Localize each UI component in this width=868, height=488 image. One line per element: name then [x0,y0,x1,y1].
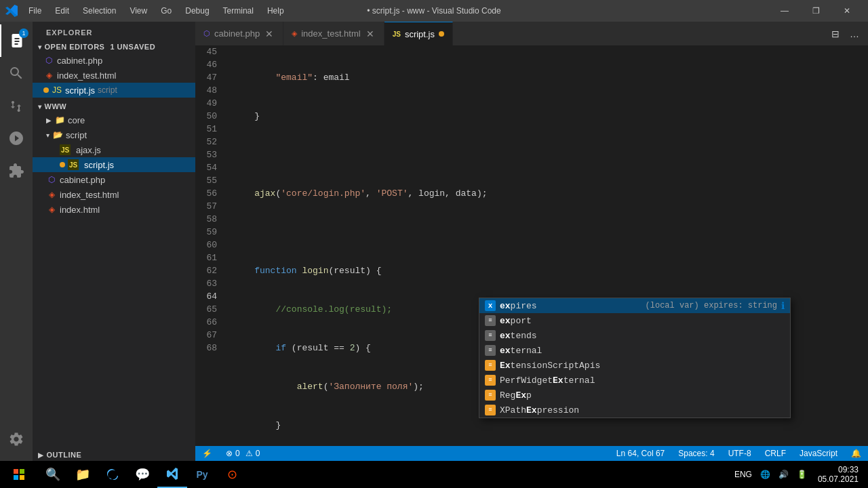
remote-indicator[interactable]: ⚡ [195,446,219,461]
open-editor-index-test-html[interactable]: ◈ index_test.html [33,68,195,83]
encoding[interactable]: UTF-8 [722,446,758,461]
language-text: JavaScript [800,449,837,458]
open-editor-cabinet-php[interactable]: ⬡ cabinet.php [33,53,195,68]
activity-search[interactable] [0,57,33,89]
minimize-button[interactable]: — [769,0,800,22]
menu-bar: File Edit Selection View Go Debug Termin… [22,3,291,18]
menu-debug[interactable]: Debug [178,3,216,18]
errors-warnings[interactable]: ⊗ 0 ⚠ 0 [219,446,267,461]
tray-lang[interactable]: ENG [730,461,756,488]
www-chevron: ▾ [38,103,42,110]
ac-item-xpath-expression[interactable]: ≡ XPathExpression [479,403,790,418]
tree-index-test-html[interactable]: ◈ index_test.html [33,187,195,202]
taskbar: 🔍 📁 💬 Py ⊙ ENG 🌐 🔊 [0,461,868,488]
taskbar-edge[interactable] [98,461,127,488]
taskbar-left: 🔍 📁 💬 Py ⊙ [3,461,247,488]
language-mode[interactable]: JavaScript [793,446,844,461]
tree-script-js[interactable]: JS script.js [33,157,195,172]
ac-item-export[interactable]: ≡ export [479,313,790,328]
ac-label-expires: expires [500,301,642,311]
class-icon: ≡ [485,375,496,386]
explorer-badge: 1 [19,28,28,38]
activity-extensions[interactable] [0,155,33,187]
php-tab-icon: ⬡ [203,29,210,38]
tab-label: script.js [405,29,435,39]
menu-file[interactable]: File [22,3,48,18]
line-ending[interactable]: CRLF [758,446,793,461]
open-editor-script-js[interactable]: JS script.js script [33,83,195,98]
tab-close-cabinet[interactable]: ✕ [264,28,275,39]
ac-item-perf-widget-external[interactable]: ≡ PerfWidgetExternal [479,373,790,388]
taskbar-terminal[interactable]: ⊙ [217,461,247,488]
ac-item-extends[interactable]: ≡ extends [479,328,790,343]
script-label: script [98,85,117,95]
ac-info-button[interactable]: ℹ [781,300,785,312]
settings-icon[interactable] [0,423,33,455]
cursor-position[interactable]: Ln 64, Col 67 [610,446,671,461]
www-folder-header[interactable]: ▾ WWW [33,100,195,113]
keyword-icon: ≡ [485,315,496,326]
tab-script-js[interactable]: JS script.js [384,22,453,45]
tree-core-folder[interactable]: ▶ 📁 core [33,113,195,127]
tray-battery[interactable]: 🔋 [793,461,811,488]
activity-explorer[interactable]: 1 [0,24,33,57]
menu-view[interactable]: View [123,3,154,18]
ac-item-extension-script-apis[interactable]: ≡ ExtensionScriptApis [479,358,790,373]
tray-volume[interactable]: 🔊 [774,461,793,488]
sidebar: Explorer ▾ Open Editors 1 UNSAVED ⬡ cabi… [33,22,195,461]
start-button[interactable] [3,461,35,488]
tree-script-folder[interactable]: ▾ 📂 script [33,127,195,142]
tab-index-test-html[interactable]: ◈ index_test.html ✕ [283,22,384,45]
menu-terminal[interactable]: Terminal [216,3,260,18]
tab-label: cabinet.php [214,28,260,39]
taskbar-python[interactable]: Py [187,461,217,488]
maximize-button[interactable]: ❐ [800,0,831,22]
menu-go[interactable]: Go [154,3,178,18]
folder-name: script [66,130,87,140]
ac-item-regexp[interactable]: ≡ RegExp [479,388,790,403]
close-button[interactable]: ✕ [831,0,863,22]
window-title: • script.js - www - Visual Studio Code [367,6,500,16]
error-count: 0 [235,449,240,458]
www-label: WWW [45,102,67,110]
tray-network[interactable]: 🌐 [756,461,774,488]
menu-help[interactable]: Help [260,3,291,18]
core-chevron: ▶ [46,117,52,124]
indentation[interactable]: Spaces: 4 [671,446,721,461]
clock[interactable]: 09:33 05.07.2021 [811,461,865,488]
taskbar-chat[interactable]: 💬 [127,461,157,488]
taskbar-search[interactable]: 🔍 [38,461,68,488]
tree-cabinet-php[interactable]: ⬡ cabinet.php [33,172,195,187]
menu-edit[interactable]: Edit [48,3,76,18]
activity-bar-bottom [0,423,33,455]
notifications-button[interactable]: 🔔 [844,446,868,461]
open-editors-header[interactable]: ▾ Open Editors 1 UNSAVED [33,41,195,53]
ac-match: Ex [515,390,526,401]
taskbar-vscode[interactable] [157,461,187,488]
modified-indicator [43,87,49,93]
split-editor-button[interactable]: ⊟ [827,26,844,42]
js-icon: JS [60,144,71,155]
ac-item-external[interactable]: ≡ external [479,343,790,358]
menu-selection[interactable]: Selection [76,3,123,18]
file-name: ajax.js [76,145,101,155]
activity-run[interactable] [0,122,33,155]
code-editor[interactable]: 45 46 47 48 49 50 51 52 53 54 55 56 57 5… [195,45,868,446]
remote-icon: ⚡ [202,449,212,458]
more-actions-button[interactable]: … [846,26,863,42]
activity-source-control[interactable] [0,89,33,122]
taskbar-file-explorer[interactable]: 📁 [68,461,98,488]
tree-index-html[interactable]: ◈ index.html [33,202,195,217]
battery-icon: 🔋 [797,470,807,479]
lang-text: ENG [734,470,752,479]
tab-cabinet-php[interactable]: ⬡ cabinet.php ✕ [195,22,283,45]
spaces-text: Spaces: 4 [678,449,714,458]
code-line-47 [233,148,868,161]
ac-item-expires[interactable]: x expires (local var) expires: string ℹ [479,298,790,313]
ac-detail-expires: (local var) expires: string [646,301,777,310]
outline-header[interactable]: ▶ OUTLINE [33,449,195,461]
tab-close-index-test[interactable]: ✕ [365,28,376,39]
ac-label-xpath: XPathExpression [500,405,785,415]
ac-label-external: external [500,346,785,356]
tree-ajax-js[interactable]: JS ajax.js [33,142,195,157]
